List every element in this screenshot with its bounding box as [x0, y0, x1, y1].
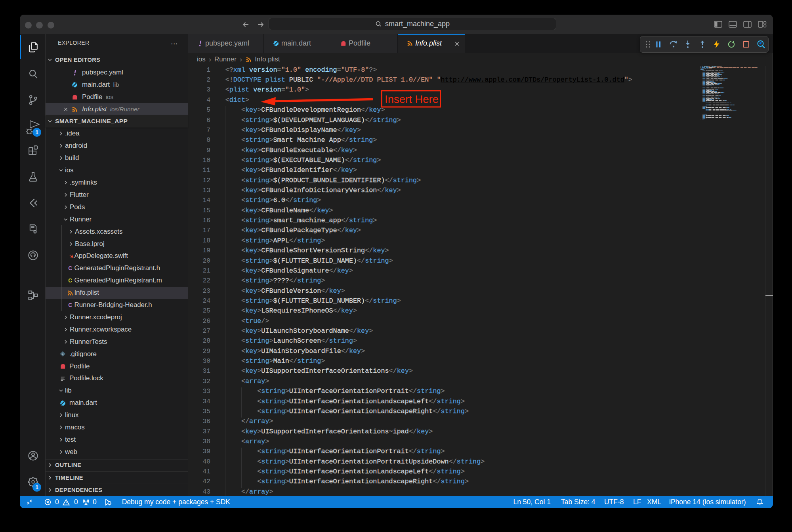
svg-text:C: C: [68, 277, 72, 284]
svg-text:Insert Here: Insert Here: [385, 93, 439, 105]
svg-text:C: C: [68, 302, 72, 308]
svg-text:C: C: [68, 265, 72, 271]
